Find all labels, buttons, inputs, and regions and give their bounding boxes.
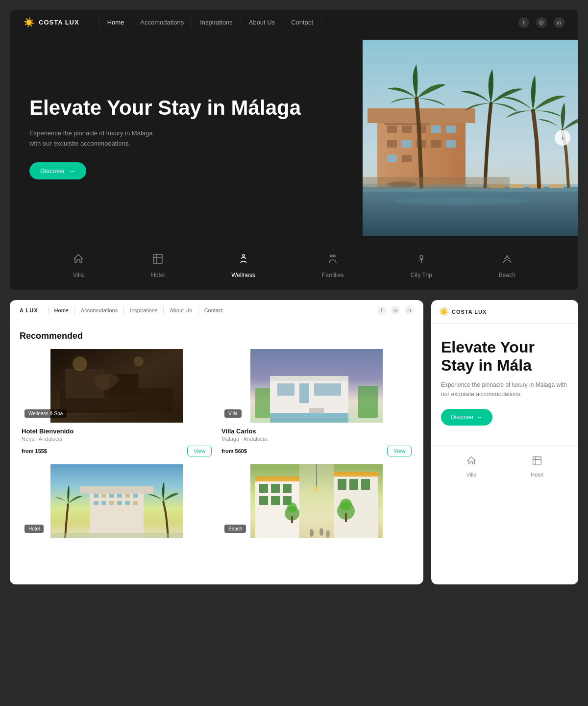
card-image-villa: Villa: [220, 349, 414, 423]
mobile-discover-button[interactable]: Discover →: [441, 409, 492, 426]
svg-rect-23: [510, 184, 524, 188]
white-navbar: A LUX Home Accomodations Inspirations Ab…: [10, 300, 423, 321]
mobile-category-villa[interactable]: Villa: [466, 455, 477, 478]
city-trip-label: City Trip: [411, 272, 432, 278]
property-card-beach-street: Beach: [220, 464, 414, 538]
white-nav-about[interactable]: About Us: [164, 306, 198, 315]
card-image-beach-street: Beach: [220, 464, 414, 538]
card-image-wellness: Wellness & Spa: [20, 349, 214, 423]
mobile-villa-label: Villa: [466, 472, 477, 478]
category-city-trip[interactable]: City Trip: [411, 253, 432, 278]
hero-left: Elevate Your Stay in Málaga Experience t…: [10, 35, 363, 241]
recommended-section: Recommended: [10, 321, 423, 548]
svg-point-31: [330, 255, 332, 257]
category-beach[interactable]: Beach: [499, 253, 515, 278]
svg-rect-82: [349, 479, 358, 490]
category-villa[interactable]: Villa: [73, 253, 84, 278]
nav-inspirations[interactable]: Inspirations: [192, 17, 241, 28]
brand-name: COSTA LUX: [39, 19, 79, 26]
hotel-bienvenido-view-button[interactable]: View: [187, 446, 212, 456]
category-hotel[interactable]: Hotel: [151, 253, 165, 278]
svg-rect-64: [109, 501, 114, 505]
category-wellness[interactable]: Wellness: [231, 253, 255, 278]
logo[interactable]: ☀️ COSTA LUX: [24, 17, 79, 28]
svg-point-93: [319, 528, 323, 536]
svg-rect-8: [446, 126, 456, 133]
svg-rect-76: [259, 496, 268, 505]
white-facebook-icon[interactable]: f: [377, 306, 386, 315]
card-badge-villa: Villa: [224, 409, 242, 418]
nav-contact[interactable]: Contact: [283, 17, 321, 28]
instagram-icon[interactable]: ◎: [536, 17, 547, 28]
villa-icon: [73, 253, 84, 268]
mobile-categories: Villa Hotel: [431, 445, 578, 485]
card-badge-wellness: Wellness & Spa: [24, 409, 67, 418]
svg-rect-15: [402, 155, 412, 162]
svg-rect-95: [533, 457, 541, 465]
svg-rect-58: [109, 494, 114, 498]
svg-rect-77: [271, 496, 280, 505]
svg-rect-83: [361, 479, 370, 490]
white-nav-home[interactable]: Home: [48, 306, 75, 315]
villa-label: Villa: [73, 272, 84, 278]
carousel-next-button[interactable]: ›: [555, 130, 570, 146]
svg-rect-51: [358, 386, 378, 418]
white-linkedin-icon[interactable]: in: [405, 306, 414, 315]
discover-button[interactable]: Discover →: [29, 162, 86, 179]
villa-carlos-view-button[interactable]: View: [387, 446, 412, 456]
mobile-logo-icon: ☀️: [439, 307, 449, 316]
logo-icon: ☀️: [24, 17, 35, 28]
svg-rect-45: [270, 376, 348, 381]
svg-rect-55: [80, 486, 153, 494]
mobile-hotel-icon: [532, 455, 542, 469]
hotel-bienvenido-price: from 155$: [22, 448, 47, 454]
svg-rect-3: [368, 108, 475, 123]
svg-rect-49: [270, 413, 348, 423]
card-badge-beach: Beach: [224, 525, 246, 533]
hotel-label: Hotel: [151, 272, 165, 278]
white-nav-contact[interactable]: Contact: [198, 306, 229, 315]
arrow-icon: →: [69, 167, 75, 175]
svg-rect-63: [101, 501, 106, 505]
nav-social: f ◎ in: [518, 17, 564, 28]
svg-rect-12: [431, 140, 441, 148]
mobile-arrow-icon: →: [477, 414, 483, 421]
hotel-bienvenido-name: Hotel Bienvenido: [22, 428, 212, 435]
svg-point-91: [314, 486, 319, 491]
mobile-navbar: ☀️ COSTA LUX: [431, 300, 578, 324]
hero-section: Elevate Your Stay in Málaga Experience t…: [10, 35, 578, 241]
mobile-villa-icon: [466, 455, 477, 469]
nav-home[interactable]: Home: [99, 17, 133, 28]
hero-title: Elevate Your Stay in Málaga: [29, 96, 343, 120]
linkedin-icon[interactable]: in: [554, 17, 564, 28]
svg-point-28: [387, 181, 416, 187]
svg-rect-67: [133, 501, 138, 505]
recommended-title: Recommended: [20, 331, 414, 341]
property-card-villa-carlos: Villa Villa Carlos Malaga · Andalucia fr…: [220, 349, 414, 458]
white-nav-inspirations[interactable]: Inspirations: [124, 306, 164, 315]
svg-rect-86: [291, 516, 293, 523]
svg-rect-9: [387, 140, 397, 148]
wellness-label: Wellness: [231, 272, 255, 278]
svg-rect-18: [414, 123, 429, 125]
hotel-bienvenido-location: Nerja · Andalucia: [22, 436, 212, 442]
nav-accommodations[interactable]: Accomodations: [132, 17, 192, 28]
white-window: A LUX Home Accomodations Inspirations Ab…: [10, 300, 423, 584]
svg-rect-48: [314, 383, 341, 396]
svg-rect-50: [255, 388, 270, 418]
nav-links: Home Accomodations Inspirations About Us…: [99, 17, 518, 28]
svg-rect-74: [271, 484, 280, 493]
mobile-hotel-label: Hotel: [531, 472, 543, 478]
category-families[interactable]: Families: [322, 253, 344, 278]
white-nav-accommodations[interactable]: Accomodations: [75, 306, 124, 315]
card-info-bienvenido: Hotel Bienvenido Nerja · Andalucia from …: [20, 423, 214, 458]
bottom-section: A LUX Home Accomodations Inspirations Ab…: [0, 300, 588, 594]
white-instagram-icon[interactable]: ◎: [391, 306, 400, 315]
svg-rect-16: [384, 123, 400, 125]
svg-rect-66: [125, 501, 130, 505]
mobile-category-hotel[interactable]: Hotel: [531, 455, 543, 478]
nav-about[interactable]: About Us: [241, 17, 283, 28]
svg-rect-27: [363, 177, 510, 189]
svg-rect-65: [117, 501, 122, 505]
facebook-icon[interactable]: f: [518, 17, 529, 28]
